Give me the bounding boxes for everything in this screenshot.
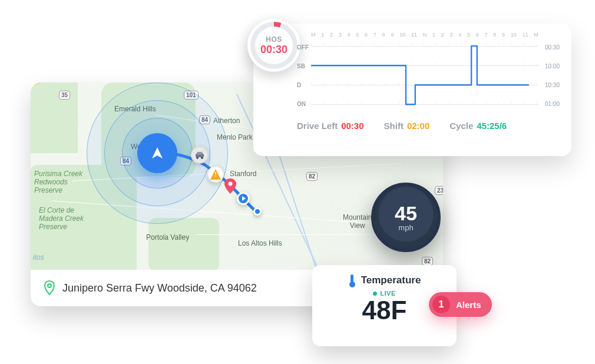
shield-82b: 82 [422, 257, 433, 266]
svg-rect-1 [197, 152, 203, 155]
svg-point-5 [48, 284, 51, 287]
hos-stats: Drive Left00:30 Shift02:00 Cycle45:25/6 [297, 121, 558, 131]
live-dot-icon [373, 292, 377, 296]
speed-unit: mph [398, 223, 413, 232]
ylabel-off: OFF [297, 44, 309, 51]
svg-point-4 [229, 182, 233, 186]
temperature-value: 48F [362, 296, 407, 325]
ylabel-on: ON [297, 100, 306, 107]
shield-35: 35 [59, 91, 70, 100]
play-waypoint-icon[interactable] [237, 192, 250, 205]
navigation-arrow-icon [150, 145, 165, 161]
location-pin-icon [44, 280, 55, 296]
alerts-label: Alerts [456, 300, 481, 310]
drive-left-label: Drive Left [297, 121, 338, 131]
destination-pin-icon[interactable] [224, 178, 236, 196]
ylabel-d: D [297, 81, 301, 88]
place-stanford: Stanford [230, 170, 256, 178]
rlabel-0: 00:30 [545, 44, 560, 51]
svg-point-2 [196, 157, 199, 159]
incident-car-icon[interactable] [191, 146, 209, 164]
thermometer-icon [348, 273, 356, 287]
hos-ticks: M1234567891011N1234567891011M [311, 32, 538, 38]
alerts-badge[interactable]: 1 Alerts [429, 292, 492, 317]
rlabel-1: 10:00 [545, 63, 560, 70]
hos-ring[interactable]: HOS 00:30 [247, 19, 300, 72]
shift-label: Shift [384, 121, 404, 131]
speed-dial[interactable]: 45 mph [371, 183, 441, 252]
place-purisima: Purisima Creek Redwoods Preserve [34, 170, 82, 194]
ylabel-sb: SB [297, 63, 305, 70]
cycle-value: 45:25/6 [477, 121, 507, 131]
alerts-count: 1 [432, 296, 450, 313]
cycle-label: Cycle [449, 121, 473, 131]
place-el-corte: El Corte de Madera Creek Preserve [39, 206, 84, 231]
place-itos: itos [33, 253, 44, 262]
rlabel-3: 01:00 [545, 100, 560, 107]
hos-ring-value: 00:30 [260, 44, 287, 56]
warning-icon[interactable] [207, 166, 224, 183]
route-end-dot [253, 207, 262, 216]
place-los-altos-hills: Los Altos Hills [238, 239, 282, 247]
hos-step-line [311, 40, 538, 115]
drive-left-value: 00:30 [341, 121, 363, 131]
temperature-title: Temperature [361, 274, 421, 286]
shield-82: 82 [306, 172, 318, 181]
speed-value: 45 [395, 203, 417, 223]
rlabel-2: 10:30 [545, 81, 560, 88]
hos-graph[interactable]: M1234567891011N1234567891011M OFF SB D O… [297, 32, 558, 117]
hos-ring-label: HOS [266, 35, 282, 44]
shift-value: 02:00 [407, 121, 429, 131]
place-portola: Portola Valley [146, 233, 189, 241]
svg-point-3 [201, 157, 203, 159]
place-mountain-view: Mountain View [343, 213, 372, 230]
shield-237: 237 [435, 186, 443, 195]
hos-card: HOS 00:30 M1234567891011N1234567891011M … [253, 24, 571, 156]
